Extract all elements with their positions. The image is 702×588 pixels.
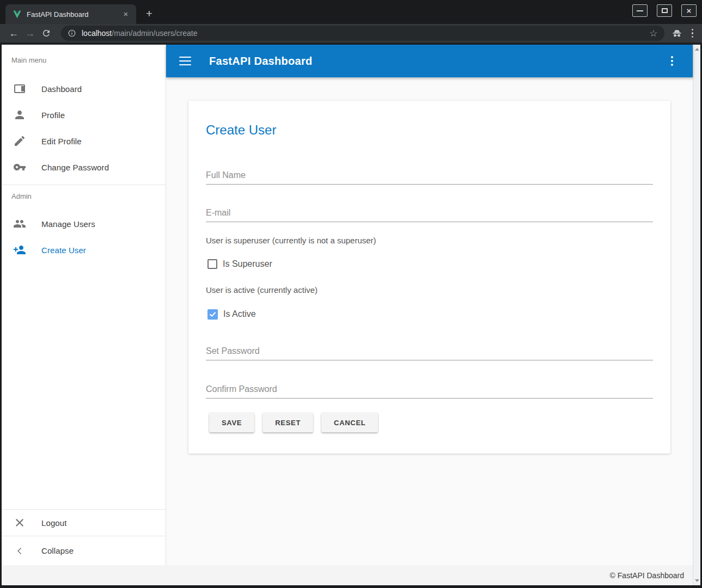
vue-logo-icon <box>13 10 22 19</box>
window-minimize-button[interactable] <box>632 4 648 17</box>
sidebar-item-change-password[interactable]: Change Password <box>2 154 166 180</box>
sidebar-item-create-user[interactable]: Create User <box>2 237 166 263</box>
browser-menu-button[interactable] <box>692 29 694 38</box>
full-name-field-wrap <box>206 170 653 185</box>
full-name-input[interactable] <box>206 170 653 185</box>
sidebar-item-label: Dashboard <box>41 84 82 94</box>
sidebar-item-label: Manage Users <box>41 219 95 229</box>
dashboard-icon <box>13 82 26 95</box>
close-icon <box>13 516 26 529</box>
superuser-note: User is superuser (currently is not a su… <box>206 236 653 246</box>
maximize-icon <box>662 8 668 13</box>
url-path: /main/admin/users/create <box>112 29 197 38</box>
page-info-icon[interactable] <box>68 29 76 38</box>
tab-close-icon[interactable]: × <box>121 9 131 19</box>
page-title: Create User <box>206 122 653 138</box>
save-button[interactable]: SAVE <box>209 413 254 432</box>
person-add-icon <box>13 243 26 256</box>
page-scrollbar[interactable] <box>693 45 700 585</box>
scroll-down-arrow-icon[interactable] <box>695 579 699 582</box>
sidebar-item-logout[interactable]: Logout <box>2 510 166 536</box>
sidebar-item-label: Create User <box>41 246 86 255</box>
is-active-checkbox-row[interactable]: Is Active <box>206 308 653 321</box>
app-title: FastAPI Dashboard <box>209 55 313 68</box>
sidebar-item-profile[interactable]: Profile <box>2 102 166 128</box>
page-footer: © FastAPI Dashboard <box>2 565 693 585</box>
confirm-password-field-wrap <box>206 384 653 399</box>
browser-window: FastAPI Dashboard × + × ← → localhost/ma… <box>0 0 702 588</box>
chevron-left-icon <box>13 544 26 558</box>
forward-button[interactable]: → <box>22 28 38 39</box>
checkbox-unchecked-icon[interactable] <box>207 259 217 269</box>
copyright-text: © FastAPI Dashboard <box>610 571 684 580</box>
set-password-input[interactable] <box>206 346 653 360</box>
sidebar-item-manage-users[interactable]: Manage Users <box>2 211 166 237</box>
sidebar: Main menu Dashboard Profile <box>2 45 166 565</box>
app-menu-button[interactable] <box>671 56 673 66</box>
page: Main menu Dashboard Profile <box>2 45 700 585</box>
sidebar-item-edit-profile[interactable]: Edit Profile <box>2 128 166 154</box>
tab-title: FastAPI Dashboard <box>27 10 121 19</box>
checkbox-label: Is Active <box>223 309 256 319</box>
sidebar-spacer <box>2 263 166 509</box>
sidebar-item-label: Logout <box>41 518 66 528</box>
is-superuser-checkbox-row[interactable]: Is Superuser <box>206 258 653 271</box>
tab-strip: FastAPI Dashboard × + × <box>0 0 702 24</box>
browser-toolbar: ← → localhost/main/admin/users/create ☆ <box>0 24 702 44</box>
bookmark-star-icon[interactable]: ☆ <box>649 28 657 39</box>
form-actions: SAVE RESET CANCEL <box>209 413 653 432</box>
active-note: User is active (currently active) <box>206 285 653 295</box>
pencil-icon <box>13 134 26 148</box>
key-icon <box>13 161 26 174</box>
set-password-field-wrap <box>206 346 653 360</box>
cancel-button[interactable]: CANCEL <box>321 413 378 432</box>
email-field-wrap <box>206 208 653 222</box>
sidebar-item-label: Change Password <box>41 163 109 172</box>
reset-button[interactable]: RESET <box>263 413 313 432</box>
window-controls: × <box>632 4 697 17</box>
sidebar-item-collapse[interactable]: Collapse <box>2 536 166 565</box>
minimize-icon <box>637 10 643 11</box>
reload-icon[interactable] <box>41 28 51 38</box>
checkbox-checked-icon[interactable] <box>207 309 218 320</box>
confirm-password-input[interactable] <box>206 384 653 399</box>
content-scroll-area: Create User User is superuser (currently… <box>166 77 693 565</box>
sidebar-item-dashboard[interactable]: Dashboard <box>2 76 166 102</box>
sidebar-item-label: Edit Profile <box>41 137 82 146</box>
scroll-up-arrow-icon[interactable] <box>695 48 699 51</box>
url-text[interactable]: localhost/main/admin/users/create <box>82 29 649 38</box>
new-tab-button[interactable]: + <box>142 7 157 22</box>
checkbox-label: Is Superuser <box>223 259 272 269</box>
app-bar: FastAPI Dashboard <box>166 45 693 77</box>
content-area: FastAPI Dashboard Create User <box>166 45 693 565</box>
create-user-card: Create User User is superuser (currently… <box>188 101 670 454</box>
window-close-button[interactable]: × <box>681 4 697 17</box>
sidebar-item-label: Profile <box>41 111 65 120</box>
person-icon <box>13 108 26 121</box>
people-icon <box>13 217 26 230</box>
window-maximize-button[interactable] <box>657 4 672 17</box>
sidebar-section-main-menu: Main menu <box>2 45 166 76</box>
incognito-icon <box>671 27 683 39</box>
back-button[interactable]: ← <box>5 28 22 39</box>
email-input[interactable] <box>206 208 653 222</box>
hamburger-menu-icon[interactable] <box>179 57 191 65</box>
address-bar[interactable]: localhost/main/admin/users/create ☆ <box>61 26 664 41</box>
browser-tab[interactable]: FastAPI Dashboard × <box>5 4 136 24</box>
sidebar-section-admin: Admin <box>2 185 166 211</box>
url-host: localhost <box>82 29 112 38</box>
sidebar-item-label: Collapse <box>41 546 74 555</box>
